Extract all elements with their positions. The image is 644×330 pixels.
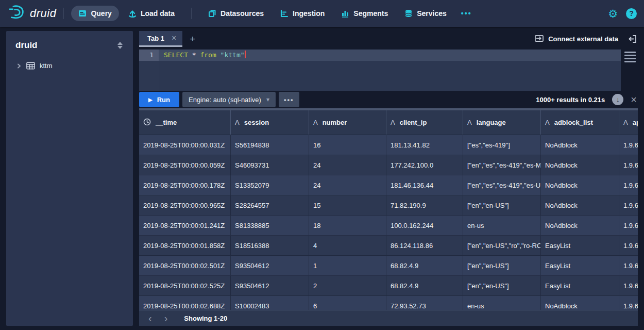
nav-item-ingestion[interactable]: Ingestion [273, 6, 332, 21]
query-view: Tab 1 × + Connect external data 1 [139, 31, 638, 326]
column-header-time[interactable]: __time [139, 110, 231, 135]
table-cell[interactable]: 1.9.6 [619, 256, 638, 276]
table-cell[interactable]: 181.46.136.44 [386, 175, 463, 195]
nav-item-services[interactable]: Services [397, 6, 454, 21]
table-cell[interactable]: 1.9.6 [619, 195, 638, 216]
table-cell[interactable]: 68.82.4.9 [386, 256, 463, 276]
table-cell[interactable]: 181.13.41.82 [386, 135, 463, 155]
table-cell[interactable]: 1.9.6 [619, 236, 638, 256]
table-cell[interactable]: 1.9.6 [619, 155, 638, 175]
nav-item-label: Query [91, 9, 111, 18]
table-cell[interactable]: 2019-08-25T00:00:02.688Z [139, 296, 231, 310]
table-cell[interactable]: 24 [309, 155, 386, 175]
table-cell[interactable]: 1.9.6 [619, 276, 638, 296]
column-header-app[interactable]: A ap [619, 110, 638, 135]
table-cell[interactable]: S81338885 [231, 216, 309, 236]
table-cell[interactable]: ["en","es","es-419","es-MX"] [463, 155, 541, 175]
table-cell[interactable]: 2019-08-25T00:00:02.525Z [139, 276, 231, 296]
table-cell[interactable]: NoAdblock [541, 216, 619, 236]
column-header-client-ip[interactable]: A client_ip [386, 110, 463, 135]
table-cell[interactable]: 6 [309, 296, 386, 310]
run-button[interactable]: ▶ Run [139, 92, 179, 107]
table-cell[interactable]: 2019-08-25T00:00:00.031Z [139, 135, 231, 155]
table-cell[interactable]: 15 [309, 195, 386, 216]
table-cell[interactable]: 1.9.6 [619, 135, 638, 155]
nav-item-datasources[interactable]: Datasources [201, 6, 271, 21]
table-cell[interactable]: NoAdblock [541, 155, 619, 175]
table-cell[interactable]: 2019-08-25T00:00:00.178Z [139, 175, 231, 195]
table-cell[interactable]: 100.0.162.244 [386, 216, 463, 236]
druid-home-link[interactable]: druid [7, 4, 56, 23]
table-cell[interactable]: 2019-08-25T00:00:01.241Z [139, 216, 231, 236]
nav-item-query[interactable]: Query [71, 6, 118, 21]
editor-code-area: SELECT * from "kttm" [159, 50, 621, 91]
table-cell[interactable]: 2019-08-25T00:00:00.965Z [139, 195, 231, 216]
table-cell[interactable]: 68.82.4.9 [386, 276, 463, 296]
table-cell[interactable]: 2019-08-25T00:00:01.858Z [139, 236, 231, 256]
table-cell[interactable]: 2019-08-25T00:00:02.501Z [139, 256, 231, 276]
table-cell[interactable]: ["es","es-419"] [463, 135, 541, 155]
table-cell[interactable]: EasyList [541, 256, 619, 276]
table-cell[interactable]: en-us [463, 296, 541, 310]
table-cell[interactable]: 177.242.100.0 [386, 155, 463, 175]
table-cell[interactable]: EasyList [541, 236, 619, 256]
tab-close-icon[interactable]: × [172, 34, 176, 42]
table-cell[interactable]: EasyList [541, 276, 619, 296]
editor-menu-button[interactable] [624, 52, 636, 62]
table-cell[interactable]: 24 [309, 175, 386, 195]
top-navbar: druid Query Load data Datasource [0, 0, 644, 27]
table-cell[interactable]: S93504612 [231, 256, 309, 276]
help-icon[interactable]: ? [626, 8, 637, 19]
table-cell[interactable]: S10002483 [231, 296, 309, 310]
table-cell[interactable]: NoAdblock [541, 195, 619, 216]
table-cell[interactable]: 86.124.118.86 [386, 236, 463, 256]
table-cell[interactable]: S13352079 [231, 175, 309, 195]
sidebar-item-kttm[interactable]: kttm [6, 58, 133, 74]
connect-external-data-button[interactable]: Connect external data [535, 35, 618, 44]
collapse-right-panel-icon[interactable] [629, 35, 637, 43]
run-more-button[interactable]: ••• [279, 92, 299, 107]
nav-item-load-data[interactable]: Load data [121, 6, 182, 21]
table-cell[interactable]: 72.93.52.73 [386, 296, 463, 310]
tab-1[interactable]: Tab 1 × [139, 31, 182, 47]
table-cell[interactable]: NoAdblock [541, 296, 619, 310]
sort-icon[interactable] [116, 41, 124, 50]
column-header-adblock-list[interactable]: A adblock_list [541, 110, 619, 135]
nav-more-menu-button[interactable]: ••• [456, 6, 477, 21]
table-cell[interactable]: ["en","en-US"] [463, 276, 541, 296]
new-tab-button[interactable]: + [182, 31, 202, 47]
prev-page-icon[interactable]: ‹ [143, 313, 157, 323]
table-cell[interactable]: S56194838 [231, 135, 309, 155]
table-cell[interactable]: 2 [309, 276, 386, 296]
sql-editor[interactable]: 1 SELECT * from "kttm" [139, 50, 621, 91]
table-cell[interactable]: 1.9.6 [619, 175, 638, 195]
table-cell[interactable]: S46093731 [231, 155, 309, 175]
table-cell[interactable]: NoAdblock [541, 175, 619, 195]
download-icon[interactable]: ↓ [612, 94, 623, 105]
table-cell[interactable]: en-us [463, 216, 541, 236]
table-cell[interactable]: S28264557 [231, 195, 309, 216]
table-cell[interactable]: S93504612 [231, 276, 309, 296]
table-cell[interactable]: 71.82.190.9 [386, 195, 463, 216]
column-header-number[interactable]: A number [309, 110, 386, 135]
table-cell[interactable]: 1.9.6 [619, 296, 638, 310]
next-page-icon[interactable]: › [159, 313, 173, 323]
nav-item-segments[interactable]: Segments [334, 6, 395, 21]
table-cell[interactable]: 4 [309, 236, 386, 256]
table-cell[interactable]: ["en","en-US"] [463, 195, 541, 216]
close-results-icon[interactable]: × [631, 94, 637, 105]
table-cell[interactable]: 1.9.6 [619, 216, 638, 236]
settings-gear-icon[interactable]: ⚙ [608, 8, 618, 19]
table-cell[interactable]: 2019-08-25T00:00:00.059Z [139, 155, 231, 175]
column-header-session[interactable]: A session [231, 110, 309, 135]
table-cell[interactable]: 18 [309, 216, 386, 236]
table-cell[interactable]: ["en","es","es-419","es-US"] [463, 175, 541, 195]
engine-select-button[interactable]: Engine: auto (sql-native) ▾ [182, 92, 276, 107]
table-cell[interactable]: ["en","en-US"] [463, 256, 541, 276]
table-cell[interactable]: 1 [309, 256, 386, 276]
table-cell[interactable]: 16 [309, 135, 386, 155]
table-cell[interactable]: S18516388 [231, 236, 309, 256]
column-header-language[interactable]: A language [463, 110, 541, 135]
table-cell[interactable]: NoAdblock [541, 135, 619, 155]
table-cell[interactable]: ["en","en-US","ro","ro-RO"] [463, 236, 541, 256]
